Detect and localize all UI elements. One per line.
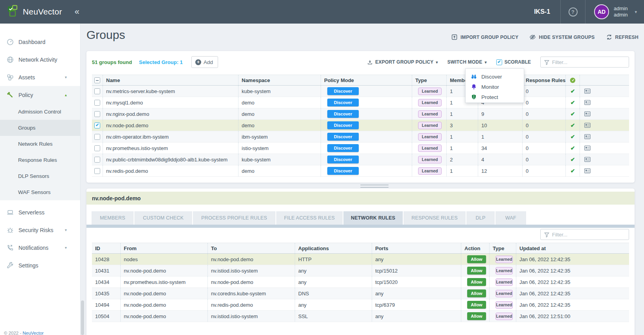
import-group-policy-button[interactable]: IMPORT GROUP POLICY — [451, 34, 519, 40]
sidebar-item-notifications[interactable]: Notifications — [0, 239, 80, 256]
table-row[interactable]: nv.prometheus.istio-system istio-system … — [92, 143, 629, 154]
report-icon[interactable] — [583, 88, 592, 95]
row-checkbox[interactable] — [94, 145, 100, 151]
report-icon[interactable] — [583, 156, 592, 163]
tab-network-rules[interactable]: NETWORK RULES — [343, 211, 403, 225]
scorable-toggle[interactable]: SCORABLE — [496, 59, 531, 65]
row-checkbox[interactable] — [94, 123, 100, 128]
action-badge[interactable]: Allow — [467, 255, 486, 263]
col-id[interactable]: ID — [92, 243, 121, 253]
action-badge[interactable]: Allow — [467, 301, 486, 309]
col-type[interactable]: Type — [490, 243, 516, 253]
row-checkbox[interactable] — [94, 168, 100, 174]
sidebar-item-security-risks[interactable]: Security Risks — [0, 221, 80, 239]
rule-row[interactable]: 10434 nv.prometheus.istio-system nv.node… — [92, 276, 629, 288]
policy-mode-badge[interactable]: Discover — [327, 144, 359, 152]
refresh-button[interactable]: REFRESH — [606, 34, 638, 40]
tab-members[interactable]: MEMBERS — [92, 211, 134, 225]
row-checkbox[interactable] — [94, 88, 100, 94]
select-all-checkbox[interactable] — [94, 77, 100, 83]
tab-response-rules[interactable]: RESPONSE RULES — [404, 211, 466, 225]
report-icon[interactable] — [583, 110, 592, 117]
policy-mode-badge[interactable]: Discover — [327, 99, 359, 106]
scorable-checkbox[interactable] — [496, 59, 502, 65]
row-checkbox-cell[interactable] — [92, 97, 103, 108]
sidebar-item-assets[interactable]: Assets — [0, 68, 80, 86]
row-checkbox-cell[interactable] — [92, 120, 103, 131]
report-icon[interactable] — [583, 133, 592, 140]
col-to[interactable]: To — [208, 243, 295, 253]
tab-process-profile-rules[interactable]: PROCESS PROFILE RULES — [193, 211, 275, 225]
policy-mode-badge[interactable]: Discover — [327, 156, 359, 163]
col-updated-at[interactable]: Updated at — [516, 243, 629, 253]
col-type[interactable]: Type — [412, 75, 447, 85]
sidebar-item-policy[interactable]: Policy — [0, 86, 80, 104]
action-badge[interactable]: Allow — [467, 267, 486, 275]
sidebar-item-serverless[interactable]: Serverless — [0, 203, 80, 221]
sidebar-scrollbar[interactable] — [81, 300, 84, 335]
policy-mode-badge[interactable]: Discover — [327, 87, 359, 95]
col-response-rules[interactable]: Response Rules — [523, 75, 566, 85]
policy-mode-badge[interactable]: Discover — [327, 133, 359, 141]
col-namespace[interactable]: Namespace — [239, 75, 321, 85]
sidebar-item-response-rules[interactable]: Response Rules — [0, 152, 80, 168]
table-row[interactable]: nv.public-crbtmimbdw08dig9ddjo80-alb1.ku… — [92, 154, 629, 165]
switch-mode-button[interactable]: SWITCH MODE — [448, 59, 487, 65]
sidebar-item-groups[interactable]: Groups — [0, 120, 80, 136]
row-checkbox-cell[interactable] — [92, 108, 103, 119]
menu-item-protect[interactable]: Protect — [466, 92, 524, 102]
report-icon[interactable] — [583, 145, 592, 152]
col-action[interactable]: Action — [461, 243, 490, 253]
rule-row[interactable]: 10428 nodes nv.node-pod.demo HTTP any Al… — [92, 254, 629, 265]
action-badge[interactable]: Allow — [467, 289, 486, 297]
panel-resize-handle[interactable] — [360, 185, 389, 188]
sidebar-item-admission-control[interactable]: Admission Control — [0, 104, 80, 120]
col-name[interactable]: Name — [103, 75, 239, 85]
table-row[interactable]: nv.redis-pod.demo demo Discover Learned … — [92, 165, 629, 177]
neuvector-link[interactable]: NeuVector — [22, 331, 44, 335]
row-checkbox-cell[interactable] — [92, 143, 103, 154]
table-row[interactable]: nv.mysql1.demo demo Discover Learned 1 4… — [92, 97, 629, 108]
user-menu[interactable]: AD admin admin — [585, 4, 644, 19]
rule-row[interactable]: 10431 nv.node-pod.demo nv.istiod.istio-s… — [92, 265, 629, 276]
table-row-selected[interactable]: nv.node-pod.demo demo Discover Learned 3… — [92, 120, 629, 131]
sidebar-item-waf-sensors[interactable]: WAF Sensors — [0, 184, 80, 200]
row-checkbox[interactable] — [94, 100, 100, 106]
action-badge[interactable]: Allow — [467, 278, 486, 286]
tab-custom-check[interactable]: CUSTOM CHECK — [134, 211, 192, 225]
menu-item-discover[interactable]: Discover — [466, 71, 524, 82]
sidebar-item-dashboard[interactable]: Dashboard — [0, 33, 80, 51]
export-group-policy-button[interactable]: EXPORT GROUP POLICY — [367, 59, 438, 65]
col-from[interactable]: From — [121, 243, 208, 253]
row-checkbox[interactable] — [94, 157, 100, 163]
row-checkbox[interactable] — [94, 111, 100, 117]
row-checkbox[interactable] — [94, 134, 100, 140]
tab-dlp[interactable]: DLP — [466, 211, 495, 225]
tab-file-access-rules[interactable]: FILE ACCESS RULES — [276, 211, 343, 225]
report-icon[interactable] — [583, 99, 592, 106]
rule-row[interactable]: 10494 nv.node-pod.demo nv.redis-pod.demo… — [92, 299, 629, 311]
table-row[interactable]: nv.nginx-pod.demo demo Discover Learned … — [92, 108, 629, 120]
policy-mode-badge[interactable]: Discover — [327, 110, 359, 118]
sidebar-item-network-activity[interactable]: Network Activity — [0, 51, 80, 68]
row-checkbox-cell[interactable] — [92, 86, 103, 97]
help-button[interactable]: ? — [561, 7, 585, 16]
row-checkbox-cell[interactable] — [92, 131, 103, 142]
col-policy-mode[interactable]: Policy Mode — [321, 75, 412, 85]
sidebar-item-dlp-sensors[interactable]: DLP Sensors — [0, 168, 80, 184]
policy-mode-badge[interactable]: Discover — [327, 121, 359, 129]
policy-mode-badge[interactable]: Discover — [327, 167, 359, 175]
collapse-sidebar-icon[interactable] — [75, 7, 79, 17]
report-icon[interactable] — [583, 167, 592, 174]
rule-row[interactable]: 10504 nv.node-pod.demo nv.istiod.istio-s… — [92, 311, 629, 322]
sidebar-item-settings[interactable]: Settings — [0, 256, 80, 274]
row-checkbox-cell[interactable] — [92, 165, 103, 176]
add-group-button[interactable]: + Add — [191, 56, 218, 68]
report-icon[interactable] — [583, 122, 592, 129]
table-row[interactable]: nv.metrics-server.kube-system kube-syste… — [92, 86, 629, 97]
row-checkbox-cell[interactable] — [92, 154, 103, 165]
col-ports[interactable]: Ports — [372, 243, 461, 253]
groups-filter-input[interactable] — [552, 59, 626, 65]
header-checkbox-cell[interactable] — [92, 75, 103, 85]
action-badge[interactable]: Allow — [467, 312, 486, 320]
